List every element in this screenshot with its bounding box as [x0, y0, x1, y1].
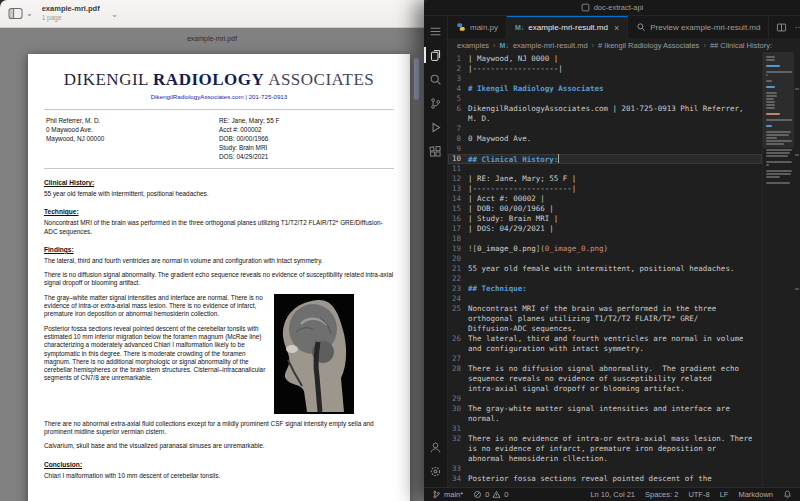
activity-bar: [424, 16, 448, 487]
editor-line[interactable]: 17| DOS: 04/29/2021 |: [448, 224, 762, 234]
editor-line[interactable]: 23## Technique:: [448, 284, 762, 294]
patient-info-block: Phil Referrer, M. D. 0 Maywood Ave. Mayw…: [44, 109, 394, 169]
markdown-icon: M↓: [515, 24, 524, 31]
patient-line: DOB: 00/00/1966: [219, 134, 392, 143]
editor-line[interactable]: 12| RE: Jane, Mary; 55 F |: [448, 174, 762, 184]
editor-line[interactable]: 1| Maywood, NJ 0000 |: [448, 54, 762, 64]
breadcrumb-item[interactable]: example-mri-result.md: [513, 41, 588, 50]
indentation-setting[interactable]: Spaces: 2: [645, 490, 678, 499]
editor-line[interactable]: 16| Study: Brain MRI |: [448, 214, 762, 224]
close-icon[interactable]: ×: [614, 23, 619, 33]
vscode-window: doc-extract-api: [424, 0, 800, 501]
editor-line[interactable]: 29: [448, 394, 762, 404]
patient-line: RE: Jane, Mary; 55 F: [219, 116, 392, 125]
editor-line[interactable]: 20: [448, 254, 762, 264]
section-heading: Findings:: [44, 246, 394, 253]
language-mode[interactable]: Markdown: [738, 490, 773, 499]
editor-line[interactable]: 14| Acct #: 00002 |: [448, 194, 762, 204]
chevron-right-icon: ›: [703, 41, 706, 50]
editor-line[interactable]: 32There is no evidence of intra-or extra…: [448, 434, 762, 444]
minimap[interactable]: [762, 52, 794, 487]
editor-line[interactable]: 2|-------------------|: [448, 64, 762, 74]
editor-line[interactable]: Diffusion-ADC sequences.: [448, 324, 762, 334]
preview-icon: [636, 22, 646, 32]
tab-example-mri-result[interactable]: M↓ example-mri-result.md ×: [507, 16, 628, 38]
breadcrumb-item[interactable]: ## Clinical History:: [710, 41, 772, 50]
editor-line[interactable]: 6DikengilRadiologyAssociates.com | 201-7…: [448, 104, 762, 114]
extensions-icon[interactable]: [424, 139, 448, 163]
mri-brain-image: [274, 294, 354, 414]
explorer-icon[interactable]: [424, 43, 448, 67]
referrer-info: Phil Referrer, M. D. 0 Maywood Ave. Mayw…: [46, 116, 219, 161]
chevron-down-icon: ⌄: [26, 9, 33, 18]
overview-ruler[interactable]: [794, 52, 800, 487]
split-editor-icon[interactable]: [776, 22, 787, 33]
editor-line[interactable]: sequence reveals no evidence of suscepti…: [448, 374, 762, 384]
editor-line[interactable]: intra-axial signal dropoff or blooming a…: [448, 384, 762, 394]
title-chevron-icon[interactable]: ⌄: [111, 9, 119, 19]
editor-line[interactable]: 13|----------------------|: [448, 184, 762, 194]
run-debug-icon[interactable]: [424, 115, 448, 139]
editor-line[interactable]: 25Noncontrast MRI of the brain was perfo…: [448, 304, 762, 314]
editor-line[interactable]: 11: [448, 164, 762, 174]
tab-main-py[interactable]: main.py: [448, 16, 507, 38]
editor-line[interactable]: 24: [448, 294, 762, 304]
scrollbar-thumb[interactable]: [414, 58, 419, 100]
breadcrumb-item[interactable]: # Ikengil Radiology Associates: [598, 41, 699, 50]
editor-line[interactable]: 15| DOB: 00/00/1966 |: [448, 204, 762, 214]
editor-line[interactable]: is no evidence of infarct, premature iro…: [448, 444, 762, 454]
editor-line[interactable]: 80 Maywood Ave.: [448, 134, 762, 144]
editor-line[interactable]: 19![0_image_0.png](0_image_0.png): [448, 244, 762, 254]
source-control-icon[interactable]: [424, 91, 448, 115]
editor-line[interactable]: 18: [448, 234, 762, 244]
editor-line[interactable]: and configuration with intact symmetry.: [448, 344, 762, 354]
editor-line[interactable]: 5: [448, 94, 762, 104]
editor-line[interactable]: 31: [448, 424, 762, 434]
problems-indicator[interactable]: 0 0: [473, 490, 508, 499]
editor-line[interactable]: orthogonal planes utilizing T1/T2/T2 FLA…: [448, 314, 762, 324]
editor-line[interactable]: 4# Ikengil Radiology Associates: [448, 84, 762, 94]
editor-line[interactable]: 28There is no diffusion signal abnormali…: [448, 364, 762, 374]
menu-icon[interactable]: [424, 19, 448, 43]
editor-line[interactable]: normal.: [448, 414, 762, 424]
patient-line: Acct #: 000002: [219, 125, 392, 134]
editor-line[interactable]: 34Posterior fossa sections reveal pointe…: [448, 474, 762, 484]
letterhead-word: RADIOLOGY: [153, 70, 264, 89]
editor-line[interactable]: 22: [448, 274, 762, 284]
editor-line[interactable]: 7: [448, 124, 762, 134]
editor-line[interactable]: 3: [448, 74, 762, 84]
editor-line[interactable]: 10## Clinical History:: [448, 154, 762, 164]
encoding-setting[interactable]: UTF-8: [688, 490, 709, 499]
branch-indicator[interactable]: main*: [432, 490, 463, 499]
account-icon[interactable]: [424, 435, 448, 459]
editor-line[interactable]: 9: [448, 144, 762, 154]
editor-line[interactable]: 2155 year old female with intermittent, …: [448, 264, 762, 274]
breadcrumb-item[interactable]: examples: [457, 41, 489, 50]
editor-line[interactable]: 30The gray-white matter signal intensiti…: [448, 404, 762, 414]
letterhead-word: DIKENGIL: [64, 70, 149, 89]
editor-line[interactable]: M. D.: [448, 114, 762, 124]
referrer-line: Maywood, NJ 00000: [46, 134, 219, 143]
editor-line[interactable]: abnormal hemosiderin cllection.: [448, 454, 762, 464]
editor-line[interactable]: 26The lateral, third and fourth ventricl…: [448, 334, 762, 344]
tab-preview-example-mri-result[interactable]: Preview example-mri-result.md: [628, 16, 769, 38]
status-bar: main* 0 0 Ln 10, Col 21 Spaces: 2 UTF-8 …: [424, 487, 800, 501]
editor-lines[interactable]: 1| Maywood, NJ 0000 |2|-----------------…: [448, 52, 762, 487]
tab-label: Preview example-mri-result.md: [650, 23, 760, 32]
editor-line[interactable]: 27: [448, 354, 762, 364]
paragraph: 55 year old female with intermittent, po…: [44, 190, 394, 198]
preview-content: example-mri.pdf DIKENGIL RADIOLOGY ASSOC…: [0, 28, 424, 501]
eol-setting[interactable]: LF: [720, 490, 729, 499]
search-icon[interactable]: [424, 67, 448, 91]
sidebar-toggle-button[interactable]: ⌄: [8, 7, 33, 20]
settings-gear-icon[interactable]: [424, 459, 448, 483]
editor-line[interactable]: 33: [448, 464, 762, 474]
sidebar-icon: [8, 7, 23, 20]
cursor-position[interactable]: Ln 10, Col 21: [590, 490, 635, 499]
letterhead-word: ASSOCIATES: [268, 70, 374, 89]
title-bar: doc-extract-api: [424, 0, 800, 16]
bell-icon[interactable]: [783, 490, 792, 499]
chevron-right-icon: ›: [592, 41, 595, 50]
ellipsis-icon[interactable]: ⋯: [794, 23, 800, 32]
referrer-line: Phil Referrer, M. D.: [46, 116, 219, 125]
